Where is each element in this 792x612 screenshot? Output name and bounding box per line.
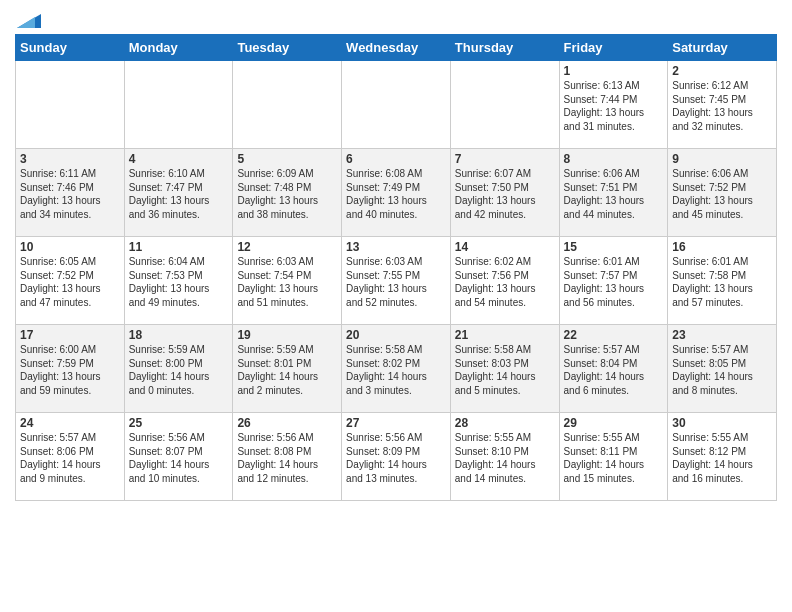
day-info: Sunrise: 6:03 AM Sunset: 7:55 PM Dayligh… <box>346 255 446 309</box>
weekday-header-tuesday: Tuesday <box>233 35 342 61</box>
day-info: Sunrise: 5:59 AM Sunset: 8:00 PM Dayligh… <box>129 343 229 397</box>
day-info: Sunrise: 5:57 AM Sunset: 8:04 PM Dayligh… <box>564 343 664 397</box>
calendar-week-1: 3Sunrise: 6:11 AM Sunset: 7:46 PM Daylig… <box>16 149 777 237</box>
day-number: 27 <box>346 416 446 430</box>
day-info: Sunrise: 6:03 AM Sunset: 7:54 PM Dayligh… <box>237 255 337 309</box>
day-info: Sunrise: 6:01 AM Sunset: 7:58 PM Dayligh… <box>672 255 772 309</box>
day-number: 3 <box>20 152 120 166</box>
calendar-cell: 17Sunrise: 6:00 AM Sunset: 7:59 PM Dayli… <box>16 325 125 413</box>
day-info: Sunrise: 6:06 AM Sunset: 7:52 PM Dayligh… <box>672 167 772 221</box>
day-info: Sunrise: 5:59 AM Sunset: 8:01 PM Dayligh… <box>237 343 337 397</box>
day-info: Sunrise: 6:10 AM Sunset: 7:47 PM Dayligh… <box>129 167 229 221</box>
calendar-cell <box>16 61 125 149</box>
day-info: Sunrise: 6:05 AM Sunset: 7:52 PM Dayligh… <box>20 255 120 309</box>
day-info: Sunrise: 5:57 AM Sunset: 8:06 PM Dayligh… <box>20 431 120 485</box>
calendar-cell: 27Sunrise: 5:56 AM Sunset: 8:09 PM Dayli… <box>342 413 451 501</box>
day-number: 9 <box>672 152 772 166</box>
weekday-header-sunday: Sunday <box>16 35 125 61</box>
calendar-week-2: 10Sunrise: 6:05 AM Sunset: 7:52 PM Dayli… <box>16 237 777 325</box>
calendar-cell: 20Sunrise: 5:58 AM Sunset: 8:02 PM Dayli… <box>342 325 451 413</box>
calendar-body: 1Sunrise: 6:13 AM Sunset: 7:44 PM Daylig… <box>16 61 777 501</box>
day-info: Sunrise: 5:58 AM Sunset: 8:02 PM Dayligh… <box>346 343 446 397</box>
day-number: 29 <box>564 416 664 430</box>
day-number: 4 <box>129 152 229 166</box>
calendar-cell: 13Sunrise: 6:03 AM Sunset: 7:55 PM Dayli… <box>342 237 451 325</box>
calendar-cell: 3Sunrise: 6:11 AM Sunset: 7:46 PM Daylig… <box>16 149 125 237</box>
calendar-cell: 2Sunrise: 6:12 AM Sunset: 7:45 PM Daylig… <box>668 61 777 149</box>
calendar-cell: 9Sunrise: 6:06 AM Sunset: 7:52 PM Daylig… <box>668 149 777 237</box>
day-info: Sunrise: 6:09 AM Sunset: 7:48 PM Dayligh… <box>237 167 337 221</box>
day-number: 2 <box>672 64 772 78</box>
day-info: Sunrise: 6:00 AM Sunset: 7:59 PM Dayligh… <box>20 343 120 397</box>
calendar-cell: 26Sunrise: 5:56 AM Sunset: 8:08 PM Dayli… <box>233 413 342 501</box>
day-info: Sunrise: 6:06 AM Sunset: 7:51 PM Dayligh… <box>564 167 664 221</box>
day-number: 30 <box>672 416 772 430</box>
day-info: Sunrise: 6:13 AM Sunset: 7:44 PM Dayligh… <box>564 79 664 133</box>
calendar-header-row: SundayMondayTuesdayWednesdayThursdayFrid… <box>16 35 777 61</box>
calendar-cell: 25Sunrise: 5:56 AM Sunset: 8:07 PM Dayli… <box>124 413 233 501</box>
calendar-cell <box>450 61 559 149</box>
day-info: Sunrise: 5:55 AM Sunset: 8:11 PM Dayligh… <box>564 431 664 485</box>
calendar-cell: 23Sunrise: 5:57 AM Sunset: 8:05 PM Dayli… <box>668 325 777 413</box>
day-number: 8 <box>564 152 664 166</box>
day-number: 28 <box>455 416 555 430</box>
day-info: Sunrise: 6:04 AM Sunset: 7:53 PM Dayligh… <box>129 255 229 309</box>
day-number: 15 <box>564 240 664 254</box>
calendar-week-0: 1Sunrise: 6:13 AM Sunset: 7:44 PM Daylig… <box>16 61 777 149</box>
day-number: 22 <box>564 328 664 342</box>
weekday-header-monday: Monday <box>124 35 233 61</box>
calendar-cell: 15Sunrise: 6:01 AM Sunset: 7:57 PM Dayli… <box>559 237 668 325</box>
calendar-cell: 8Sunrise: 6:06 AM Sunset: 7:51 PM Daylig… <box>559 149 668 237</box>
weekday-header-wednesday: Wednesday <box>342 35 451 61</box>
weekday-header-friday: Friday <box>559 35 668 61</box>
calendar-cell: 16Sunrise: 6:01 AM Sunset: 7:58 PM Dayli… <box>668 237 777 325</box>
day-info: Sunrise: 6:02 AM Sunset: 7:56 PM Dayligh… <box>455 255 555 309</box>
calendar-cell <box>124 61 233 149</box>
day-number: 25 <box>129 416 229 430</box>
day-number: 21 <box>455 328 555 342</box>
calendar-cell: 12Sunrise: 6:03 AM Sunset: 7:54 PM Dayli… <box>233 237 342 325</box>
calendar-cell: 4Sunrise: 6:10 AM Sunset: 7:47 PM Daylig… <box>124 149 233 237</box>
day-info: Sunrise: 5:56 AM Sunset: 8:07 PM Dayligh… <box>129 431 229 485</box>
weekday-header-thursday: Thursday <box>450 35 559 61</box>
day-number: 1 <box>564 64 664 78</box>
calendar-cell: 6Sunrise: 6:08 AM Sunset: 7:49 PM Daylig… <box>342 149 451 237</box>
calendar-week-3: 17Sunrise: 6:00 AM Sunset: 7:59 PM Dayli… <box>16 325 777 413</box>
calendar-cell: 18Sunrise: 5:59 AM Sunset: 8:00 PM Dayli… <box>124 325 233 413</box>
day-number: 6 <box>346 152 446 166</box>
calendar-week-4: 24Sunrise: 5:57 AM Sunset: 8:06 PM Dayli… <box>16 413 777 501</box>
calendar-cell: 21Sunrise: 5:58 AM Sunset: 8:03 PM Dayli… <box>450 325 559 413</box>
logo <box>15 14 41 28</box>
calendar-cell: 24Sunrise: 5:57 AM Sunset: 8:06 PM Dayli… <box>16 413 125 501</box>
calendar-cell: 10Sunrise: 6:05 AM Sunset: 7:52 PM Dayli… <box>16 237 125 325</box>
day-number: 24 <box>20 416 120 430</box>
day-number: 5 <box>237 152 337 166</box>
calendar-cell: 29Sunrise: 5:55 AM Sunset: 8:11 PM Dayli… <box>559 413 668 501</box>
day-number: 12 <box>237 240 337 254</box>
day-info: Sunrise: 5:57 AM Sunset: 8:05 PM Dayligh… <box>672 343 772 397</box>
calendar-cell: 22Sunrise: 5:57 AM Sunset: 8:04 PM Dayli… <box>559 325 668 413</box>
weekday-header-saturday: Saturday <box>668 35 777 61</box>
day-info: Sunrise: 5:58 AM Sunset: 8:03 PM Dayligh… <box>455 343 555 397</box>
day-number: 11 <box>129 240 229 254</box>
svg-marker-1 <box>17 17 35 28</box>
day-info: Sunrise: 6:12 AM Sunset: 7:45 PM Dayligh… <box>672 79 772 133</box>
day-number: 16 <box>672 240 772 254</box>
calendar-cell: 28Sunrise: 5:55 AM Sunset: 8:10 PM Dayli… <box>450 413 559 501</box>
day-number: 10 <box>20 240 120 254</box>
day-info: Sunrise: 5:56 AM Sunset: 8:09 PM Dayligh… <box>346 431 446 485</box>
calendar-cell <box>233 61 342 149</box>
calendar-cell <box>342 61 451 149</box>
day-number: 14 <box>455 240 555 254</box>
calendar-cell: 30Sunrise: 5:55 AM Sunset: 8:12 PM Dayli… <box>668 413 777 501</box>
calendar-cell: 5Sunrise: 6:09 AM Sunset: 7:48 PM Daylig… <box>233 149 342 237</box>
day-info: Sunrise: 6:11 AM Sunset: 7:46 PM Dayligh… <box>20 167 120 221</box>
day-info: Sunrise: 5:55 AM Sunset: 8:12 PM Dayligh… <box>672 431 772 485</box>
calendar-table: SundayMondayTuesdayWednesdayThursdayFrid… <box>15 34 777 501</box>
day-number: 19 <box>237 328 337 342</box>
calendar-cell: 7Sunrise: 6:07 AM Sunset: 7:50 PM Daylig… <box>450 149 559 237</box>
calendar-cell: 11Sunrise: 6:04 AM Sunset: 7:53 PM Dayli… <box>124 237 233 325</box>
day-number: 23 <box>672 328 772 342</box>
day-number: 20 <box>346 328 446 342</box>
calendar-cell: 19Sunrise: 5:59 AM Sunset: 8:01 PM Dayli… <box>233 325 342 413</box>
